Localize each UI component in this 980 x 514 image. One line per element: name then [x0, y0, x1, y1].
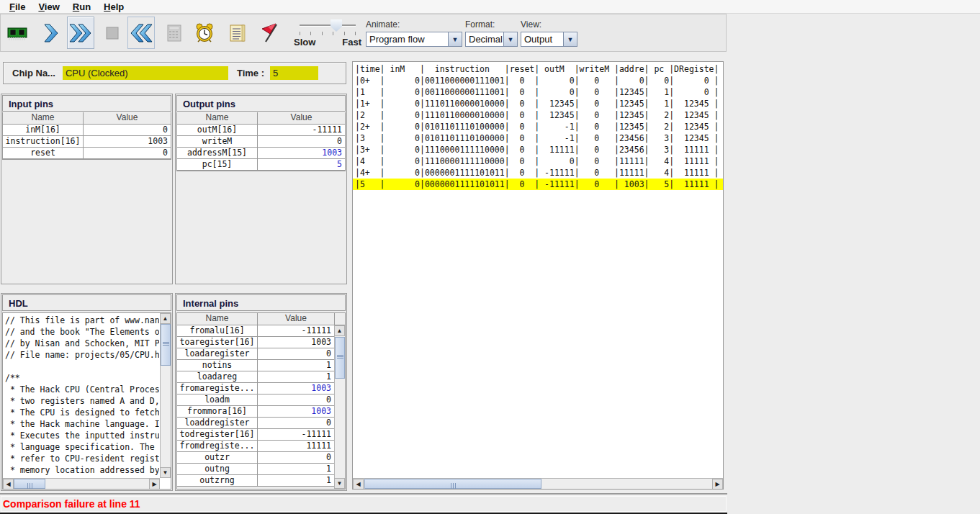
- chevron-down-icon[interactable]: ▼: [563, 32, 577, 46]
- pin-value[interactable]: 0: [84, 148, 171, 158]
- scroll-down-icon[interactable]: ▼: [334, 478, 345, 489]
- pin-row: fromaregiste... 1003: [177, 383, 334, 394]
- hdl-vertical-scrollbar[interactable]: ▲ ▼: [160, 313, 171, 478]
- hdl-line: * memory location addressed by: [5, 464, 159, 476]
- output-pins-panel: Output pins Name Value outM[16] -11111 w…: [175, 94, 347, 284]
- output-table-line: |2 | 0|1110110000010000| 0 | 12345| 0 |1…: [353, 109, 723, 121]
- pin-name: toaregister[16]: [177, 337, 258, 348]
- load-chip-button[interactable]: [4, 17, 31, 49]
- status-message: Comparison failure at line 11: [1, 498, 140, 510]
- status-bar: Comparison failure at line 11: [1, 496, 727, 512]
- format-value: Decimal: [466, 34, 503, 45]
- output-pins-title: Output pins: [176, 95, 346, 112]
- format-select[interactable]: Decimal ▼: [465, 32, 518, 47]
- slider-thumb[interactable]: [331, 19, 342, 32]
- pin-row: pc[15] 5: [177, 159, 345, 171]
- hdl-line: // by Nisan and Schocken, MIT Pr: [5, 338, 159, 349]
- pin-row: addressM[15] 1003: [177, 148, 345, 159]
- speed-slider[interactable]: Slow Fast: [291, 16, 363, 50]
- slider-fast-label: Fast: [342, 37, 361, 48]
- menu-item[interactable]: Run: [66, 1, 97, 13]
- pin-value: 1: [258, 371, 334, 382]
- rewind-icon: [129, 22, 153, 45]
- output-table-line: |4+ | 0|0000001111101011| 0 | -11111| 0 …: [353, 167, 723, 179]
- internal-vertical-scrollbar[interactable]: ▲ ▼: [334, 325, 345, 489]
- column-header-stub: [334, 313, 345, 325]
- animate-label: Animate:: [366, 19, 462, 30]
- pin-value: 0: [258, 394, 334, 405]
- scroll-right-icon[interactable]: ▶: [712, 479, 723, 490]
- flag-icon: [258, 22, 281, 45]
- pin-row: inM[16] 0: [3, 125, 171, 136]
- pin-value[interactable]: 1003: [84, 136, 171, 147]
- hdl-horizontal-scrollbar[interactable]: ◀ ▶: [3, 478, 160, 489]
- pin-row: todregister[16] -11111: [177, 429, 334, 441]
- hdl-line: /**: [5, 372, 159, 384]
- internal-vscroll-thumb[interactable]: [335, 337, 345, 379]
- pin-row: outng 1: [177, 464, 334, 475]
- scroll-up-icon[interactable]: ▲: [160, 313, 171, 324]
- pin-value: -11111: [258, 325, 334, 336]
- slider-slow-label: Slow: [294, 37, 315, 48]
- script-button[interactable]: [224, 17, 251, 49]
- column-header-name: Name: [177, 313, 258, 325]
- pin-row: loadaregister 0: [177, 348, 334, 360]
- column-header-name: Name: [177, 112, 258, 124]
- breakpoint-button[interactable]: [256, 17, 283, 49]
- pin-row: outM[16] -11111: [177, 125, 345, 136]
- menu-item[interactable]: View: [32, 1, 66, 13]
- internal-pins-panel: Internal pins Name Value fromalu[16] -11…: [175, 293, 347, 491]
- stop-button[interactable]: [99, 17, 126, 49]
- pin-name: notins: [177, 360, 258, 371]
- pin-value: 0: [258, 136, 345, 147]
- format-label: Format:: [465, 19, 518, 30]
- pin-value: 1003: [258, 383, 334, 394]
- memory-chip-icon: [6, 22, 29, 45]
- pin-name: writeM: [177, 136, 258, 147]
- hdl-line: * Executes the inputted instruc: [5, 430, 159, 441]
- hdl-line: // This file is part of www.nand: [5, 315, 159, 326]
- run-button[interactable]: [67, 17, 94, 49]
- script-scroll-icon: [226, 22, 249, 45]
- pin-name: loaddregister: [177, 418, 258, 428]
- pin-row: fromdregiste... 11111: [177, 441, 334, 452]
- run-icon: [68, 22, 93, 45]
- output-horizontal-scrollbar[interactable]: ◀ ▶: [353, 478, 723, 489]
- pin-row: loaddregister 0: [177, 418, 334, 429]
- column-header-value: Value: [258, 313, 334, 325]
- scroll-left-icon[interactable]: ◀: [3, 479, 14, 490]
- chip-name-field[interactable]: CPU (Clocked): [63, 66, 228, 80]
- output-comparison-view: |time| inM | instruction |reset| outM |w…: [352, 61, 724, 490]
- scroll-left-icon[interactable]: ◀: [353, 479, 364, 490]
- view-value: Output: [521, 34, 563, 45]
- hdl-editor[interactable]: // This file is part of www.nand// and t…: [2, 312, 171, 490]
- pin-name: inM[16]: [3, 125, 84, 135]
- calculator-button[interactable]: [161, 17, 188, 49]
- pin-row: instruction[16] 1003: [3, 136, 171, 148]
- input-pins-title: Input pins: [2, 95, 171, 112]
- pin-name: fromalu[16]: [177, 325, 258, 336]
- hdl-hscroll-thumb[interactable]: [14, 479, 45, 489]
- hdl-vscroll-thumb[interactable]: [161, 324, 171, 366]
- scroll-up-icon[interactable]: ▲: [334, 325, 345, 336]
- chevron-down-icon[interactable]: ▼: [448, 32, 462, 46]
- clock-button[interactable]: [191, 17, 218, 49]
- single-step-button[interactable]: [37, 17, 64, 49]
- pin-value: 1003: [258, 406, 334, 417]
- column-header-value: Value: [258, 112, 345, 124]
- pin-name: outzr: [177, 452, 258, 463]
- output-hscroll-thumb[interactable]: [364, 479, 541, 489]
- pin-value[interactable]: 0: [84, 125, 171, 135]
- scroll-right-icon[interactable]: ▶: [149, 479, 160, 490]
- reset-button[interactable]: [127, 17, 155, 49]
- hdl-line: * The CPU is designed to fetch: [5, 407, 159, 418]
- scroll-down-icon[interactable]: ▼: [160, 467, 171, 478]
- view-label: View:: [521, 19, 577, 30]
- slider-ticks: [300, 32, 356, 35]
- animate-select[interactable]: Program flow ▼: [366, 32, 462, 47]
- menu-item[interactable]: Help: [97, 1, 130, 13]
- chevron-down-icon[interactable]: ▼: [503, 32, 517, 46]
- view-select[interactable]: Output ▼: [521, 32, 577, 47]
- menu-item[interactable]: File: [3, 1, 32, 13]
- pin-value: 1003: [258, 337, 334, 348]
